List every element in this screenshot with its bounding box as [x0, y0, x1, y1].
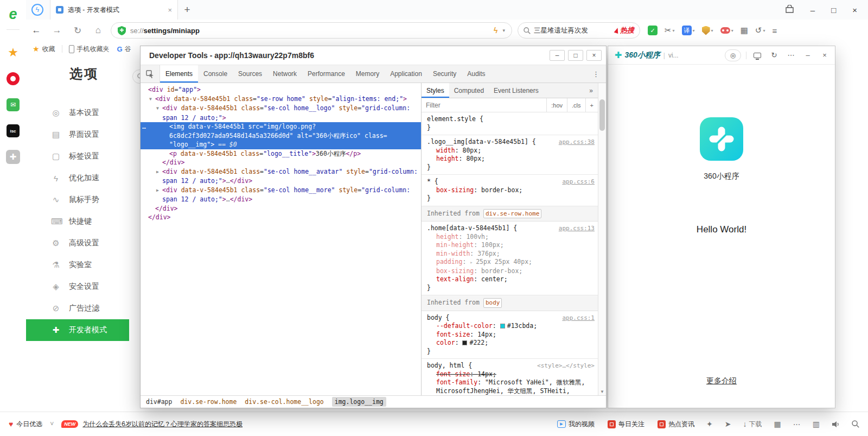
css-property[interactable]: box-sizing: border-box;	[427, 267, 595, 276]
sidebar-item[interactable]: ✚开发者模式	[26, 319, 129, 341]
dom-tree-line[interactable]: span 12 / auto;">…</div>	[141, 195, 421, 204]
back-button[interactable]: ←	[26, 25, 47, 36]
stylesheet-link[interactable]: app.css:6	[559, 178, 595, 186]
dom-tree-line[interactable]: </div>	[141, 158, 421, 167]
expand-arrow-icon[interactable]: ▶	[156, 168, 162, 177]
skin-icon[interactable]: ✦	[706, 420, 713, 428]
boost-icon[interactable]: ➤	[725, 420, 731, 428]
css-property[interactable]: color: #222;	[427, 339, 595, 347]
translate-tool[interactable]: 译▾	[682, 26, 695, 35]
apps-grid-icon[interactable]: ▦	[741, 26, 748, 35]
inherited-node-link[interactable]: body	[483, 298, 502, 308]
css-property[interactable]: text-align: center;	[427, 275, 595, 284]
more-panels-icon[interactable]: »	[589, 87, 598, 94]
mail-rail-icon[interactable]: ✉	[0, 92, 26, 118]
css-property[interactable]: min-height: 100px;	[427, 241, 595, 250]
miniapp-refresh-icon[interactable]: ↻	[768, 49, 780, 61]
expand-arrow-icon[interactable]: ▶	[156, 186, 162, 195]
side-panel-icon[interactable]: ▥	[813, 420, 820, 428]
miniapp-minimize-button[interactable]: –	[802, 49, 814, 61]
print-icon[interactable]: ▦	[774, 420, 781, 428]
my-videos-item[interactable]: ▶ 我的视频	[557, 420, 595, 429]
stylesheet-link[interactable]: <style>…</style>	[534, 362, 595, 370]
screenshot-tool[interactable]: ✂▾	[665, 26, 675, 35]
devtools-tab-console[interactable]: Console	[198, 65, 233, 83]
recently-closed-tool[interactable]: ↺▾	[755, 26, 765, 35]
menu-icon[interactable]: ≡	[772, 26, 777, 35]
dom-tree-line[interactable]: ▼<div data-v-584e45b1 class="se-row home…	[141, 94, 421, 104]
search-box[interactable]: 三星堆遗址再次发 热搜	[518, 22, 640, 39]
css-property[interactable]: font-family: "Microsoft YaHei", 微软雅黑, Mi…	[427, 378, 595, 395]
favorites-rail-icon[interactable]: ★	[0, 40, 26, 66]
tab-close-icon[interactable]: ×	[168, 6, 172, 14]
class-toggle[interactable]: .cls	[567, 98, 585, 112]
dom-tree-line[interactable]: <img data-v-584e45b1 src="img/logo.png?…	[141, 122, 421, 131]
new-style-rule-button[interactable]: +	[585, 98, 598, 112]
close-button[interactable]: ×	[852, 6, 857, 14]
styles-filter-input[interactable]	[422, 102, 546, 109]
today-pick-label[interactable]: 今日优选	[16, 420, 42, 429]
minimize-button[interactable]: –	[810, 6, 815, 14]
sidebar-item[interactable]: ◎基本设置	[26, 102, 129, 124]
tab-computed[interactable]: Computed	[449, 83, 489, 98]
devtools-menu-icon[interactable]: ⋮	[586, 70, 606, 78]
collapse-arrow-icon[interactable]: ▼	[149, 95, 155, 104]
more-tools-icon[interactable]: ⋯	[793, 420, 801, 428]
devtools-tab-performance[interactable]: Performance	[302, 65, 350, 83]
devtools-tab-memory[interactable]: Memory	[350, 65, 385, 83]
dom-tree-line[interactable]: <div id="app">	[141, 85, 421, 94]
mobile-favorites-label[interactable]: 手机收藏夹	[77, 45, 110, 54]
devtools-minimize-button[interactable]: –	[550, 50, 565, 61]
miniapp-titlebar[interactable]: ✚ 360小程序 | vi... ◎ ↻ ⋯ – ×	[608, 46, 835, 65]
sidebar-item[interactable]: ϟ优化加速	[26, 167, 129, 189]
devtools-titlebar[interactable]: Developer Tools - app://qh13waury22p7m8b…	[141, 46, 606, 65]
scrollbar-thumb[interactable]	[599, 99, 605, 131]
forward-button[interactable]: →	[47, 25, 67, 36]
devtools-tab-application[interactable]: Application	[385, 65, 427, 83]
home-button[interactable]: ⌂	[88, 25, 108, 36]
hot-news-item[interactable]: 热点资讯	[658, 420, 694, 429]
stylesheet-link[interactable]: app.css:13	[556, 224, 595, 233]
reload-button[interactable]: ↻	[67, 25, 88, 36]
tab-styles[interactable]: Styles	[422, 83, 449, 98]
css-property[interactable]: font-size: 14px;	[427, 331, 595, 339]
css-property[interactable]: height: 80px;	[427, 155, 595, 163]
devtools-tab-network[interactable]: Network	[267, 65, 302, 83]
dom-tree-line[interactable]: 6c8dc2f3d027ada9548d14a5a3266d0d" alt="3…	[141, 131, 421, 141]
speed-mode-icon[interactable]: ϟ	[31, 4, 43, 16]
inherited-node-link[interactable]: div.se-row.home	[483, 209, 541, 219]
devtools-close-button[interactable]: ×	[586, 50, 602, 61]
breadcrumb-item[interactable]: div.se-row.home	[180, 398, 237, 406]
miniapp-close-button[interactable]: ×	[819, 49, 831, 61]
node-menu-icon[interactable]: …	[142, 122, 146, 131]
security-shield-tool[interactable]: ▾	[702, 26, 713, 35]
headline-link[interactable]: 为什么会丢失6岁以前的记忆？心理学家的答案细思恐极	[82, 420, 242, 429]
isc-rail-icon[interactable]: isc	[0, 118, 26, 144]
hot-search-logo[interactable]: 热搜	[615, 26, 634, 35]
css-property[interactable]: min-width: 376px;	[427, 250, 595, 258]
sidebar-item[interactable]: ∿鼠标手势	[26, 189, 129, 211]
locate-button[interactable]: ◎	[725, 49, 741, 61]
devtools-tab-elements[interactable]: Elements	[160, 65, 198, 83]
devtools-maximize-button[interactable]: □	[568, 50, 583, 61]
dom-tree-line[interactable]: "logo__img"> == $0	[141, 140, 421, 149]
pseudo-state-toggle[interactable]: :hov	[546, 98, 567, 112]
dom-tree-line[interactable]: </div>	[141, 204, 421, 213]
css-property[interactable]: padding: ▸ 25px 25px 40px;	[427, 258, 595, 267]
chevron-down-icon[interactable]: ˅	[50, 420, 54, 428]
devtools-tab-audits[interactable]: Audits	[462, 65, 490, 83]
weibo-rail-icon[interactable]	[0, 66, 26, 92]
sidebar-item[interactable]: ▢标签设置	[26, 146, 129, 167]
download-item[interactable]: ↓下载	[743, 420, 762, 429]
desktop-mode-icon[interactable]	[751, 49, 763, 61]
devtools-tab-security[interactable]: Security	[427, 65, 462, 83]
devtools-tab-sources[interactable]: Sources	[233, 65, 267, 83]
page-boost-icon[interactable]: ϟ	[494, 26, 497, 35]
collapse-arrow-icon[interactable]: ▼	[156, 104, 162, 113]
stylesheet-link[interactable]: app.css:1	[559, 314, 595, 323]
miniapp-more-icon[interactable]: ⋯	[785, 49, 797, 61]
scroll-down-icon[interactable]: ▼	[598, 389, 606, 394]
sidebar-item[interactable]: ⌨快捷键	[26, 211, 129, 232]
css-property[interactable]: width: 80px;	[427, 147, 595, 155]
breadcrumb-item[interactable]: div#app	[146, 398, 172, 406]
